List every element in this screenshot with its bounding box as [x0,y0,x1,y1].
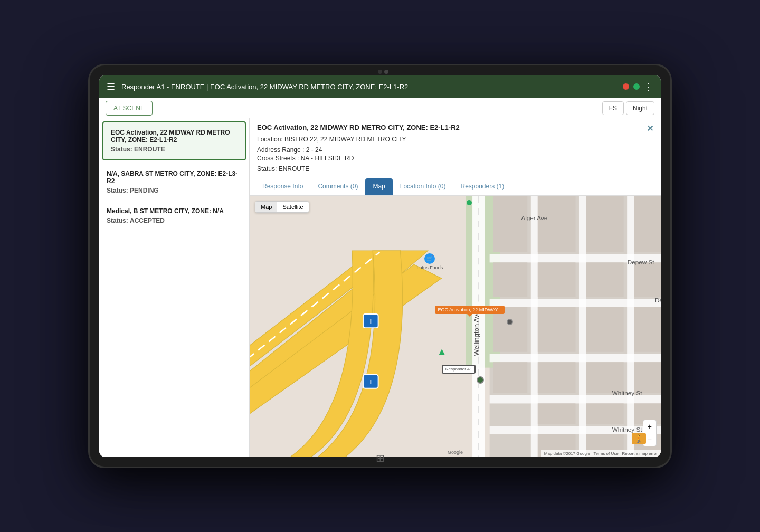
svg-rect-21 [538,362,576,393]
svg-text:I: I [370,378,372,385]
svg-rect-25 [586,262,624,297]
svg-rect-32 [634,307,661,352]
svg-rect-15 [493,262,527,297]
svg-rect-17 [493,362,527,393]
detail-title: EOC Activation, 22 MIDWAY RD METRO CITY,… [257,124,653,134]
map-toggle-satellite[interactable]: Satellite [277,202,308,212]
svg-rect-19 [538,262,576,297]
place-label: 🛒 Lotus Foods [417,253,443,270]
svg-rect-33 [634,362,661,393]
incident-card-2[interactable]: Medical, B ST METRO CITY, ZONE: N/A Stat… [99,201,249,231]
place-icon: 🛒 [424,253,435,264]
detail-header: EOC Activation, 22 MIDWAY RD METRO CITY,… [250,118,661,178]
zoom-in-button[interactable]: + [643,420,656,433]
kebab-menu-icon[interactable]: ⋮ [644,81,653,92]
incident-title-2: Medical, B ST METRO CITY, ZONE: N/A [107,207,242,215]
svg-text:Whitney St: Whitney St [612,390,642,396]
main-content: AT SCENE FS Night EOC Activation, 22 MID… [99,98,661,457]
map-toggle-map[interactable]: Map [255,202,277,212]
header-title: Responder A1 - ENROUTE | EOC Activation,… [121,83,616,91]
header-bar: ☰ Responder A1 - ENROUTE | EOC Activatio… [99,75,661,98]
svg-rect-18 [538,196,576,252]
map-data-attribution: Map data ©2017 Google Terms of Use Repor… [541,450,661,457]
svg-rect-31 [634,262,661,297]
night-button[interactable]: Night [626,101,654,115]
expand-icon[interactable]: ✕ [647,124,653,134]
map-green-dot [467,200,472,205]
right-panel: EOC Activation, 22 MIDWAY RD METRO CITY,… [250,118,661,457]
incident-status-1: Status: PENDING [107,187,242,194]
incident-status-0: Status: ENROUTE [111,146,238,153]
hamburger-icon[interactable]: ☰ [107,81,115,92]
detail-address-range: Address Range : 2 - 24 [257,146,653,154]
incident-card-0[interactable]: EOC Activation, 22 MIDWAY RD METRO CITY,… [102,121,246,160]
incident-status-2: Status: ACCEPTED [107,217,242,224]
tabs-row: AT SCENE FS Night [99,98,661,118]
svg-rect-28 [586,403,624,424]
svg-rect-20 [538,307,576,352]
incident-title-0: EOC Activation, 22 MIDWAY RD METRO CITY,… [111,129,238,144]
svg-text:I: I [370,318,372,325]
map-svg: Wellington Ave Alger Ave Depew St Depew … [250,196,661,457]
svg-text:Depew St: Depew St [655,297,661,303]
green-arrow-marker: ▲ [436,346,447,358]
header-controls: ⋮ [623,81,653,92]
incident-dot [507,319,513,325]
incident-card-1[interactable]: N/A, SABRA ST METRO CITY, ZONE: E2-L3-R2… [99,164,249,201]
tab-comments[interactable]: Comments (0) [310,178,365,195]
left-panel: EOC Activation, 22 MIDWAY RD METRO CITY,… [99,118,250,457]
svg-text:Depew St: Depew St [628,259,655,265]
incident-map-pin: EOC Activation, 22 MIDWAY... [435,306,505,314]
tab-at-scene[interactable]: AT SCENE [106,101,153,116]
svg-rect-22 [538,403,576,424]
responder-pin: Responder A1 [442,365,476,374]
svg-text:Whitney St: Whitney St [612,426,642,433]
svg-rect-10 [531,196,538,457]
tablet-screen: ☰ Responder A1 - ENROUTE | EOC Activatio… [99,75,661,457]
svg-rect-27 [586,362,624,393]
incident-title-1: N/A, SABRA ST METRO CITY, ZONE: E2-L3-R2 [107,170,242,185]
view-controls: FS Night [602,101,654,115]
tablet-device: ☰ Responder A1 - ENROUTE | EOC Activatio… [90,65,670,467]
svg-rect-11 [579,196,586,457]
svg-rect-8 [490,395,661,404]
detail-tabs: Response Info Comments (0) Map Location … [250,178,661,196]
svg-rect-14 [493,196,527,252]
content-split: EOC Activation, 22 MIDWAY RD METRO CITY,… [99,118,661,457]
tab-map[interactable]: Map [365,178,392,195]
detail-status: Status: ENROUTE [257,165,653,173]
tab-responders[interactable]: Responders (1) [453,178,511,195]
map-attribution: Google [448,450,463,455]
svg-rect-30 [634,196,661,252]
tab-location-info[interactable]: Location Info (0) [393,178,453,195]
map-container: Wellington Ave Alger Ave Depew St Depew … [250,196,661,457]
svg-rect-7 [490,354,661,363]
status-dot-red [623,83,629,90]
fs-button[interactable]: FS [602,101,624,115]
svg-rect-12 [627,196,634,457]
svg-text:Alger Ave: Alger Ave [521,214,547,221]
detail-location: Location: BISTRO 22, 22 MIDWAY RD METRO … [257,136,653,143]
svg-rect-26 [586,307,624,352]
svg-rect-6 [490,299,661,307]
detail-cross-streets: Cross Streets : NA - HILLSIDE RD [257,155,653,162]
street-view-icon[interactable]: 🚶 [632,433,646,444]
svg-rect-24 [586,196,624,252]
map-toggle: Map Satellite [255,201,309,213]
tab-response-info[interactable]: Response Info [255,178,310,195]
status-dot-green [633,83,640,90]
svg-text:Wellington Ave: Wellington Ave [472,311,480,356]
